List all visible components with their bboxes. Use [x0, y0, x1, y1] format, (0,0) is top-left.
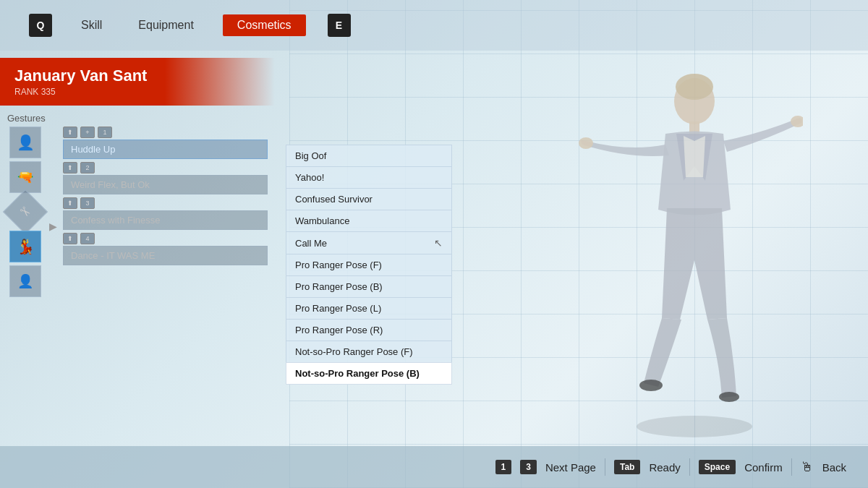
- slot-key-up-3: ⬆: [63, 233, 77, 244]
- gesture-icon-1[interactable]: 🔫: [9, 161, 41, 193]
- gesture-slot-1: ⬆ 2: [63, 162, 268, 194]
- tab-equipment[interactable]: Equipment: [131, 15, 201, 35]
- gesture-icon-2[interactable]: ✂: [3, 189, 48, 234]
- slot-header-2: ⬆ 3: [63, 197, 268, 209]
- left-panel: January Van Sant RANK 335 Gestures 👤 🔫 ✂…: [0, 51, 275, 445]
- slot-key-num-0: 1: [98, 127, 112, 138]
- top-nav: Q Skill Equipment Cosmetics E: [0, 0, 868, 51]
- gesture-icon-4[interactable]: 👤: [9, 265, 41, 297]
- separator-2: [689, 458, 690, 476]
- slot-header-0: ⬆ + 1: [63, 127, 268, 138]
- list-item-4[interactable]: Call Me ↖: [286, 231, 452, 254]
- tab-cosmetics[interactable]: Cosmetics: [223, 14, 306, 36]
- slot-key-plus-0: +: [80, 127, 95, 138]
- page-key-1: 1: [495, 460, 512, 474]
- list-item-8[interactable]: Pro Ranger Pose (R): [286, 319, 452, 341]
- gesture-slot-2: ⬆ 3: [63, 197, 268, 230]
- list-item-9[interactable]: Not-so-Pro Ranger Pose (F): [286, 341, 452, 362]
- character-rank: RANK 335: [14, 87, 260, 97]
- gesture-slot-3: ⬆ 4: [63, 233, 268, 265]
- character-name: January Van Sant: [14, 67, 260, 85]
- list-item-6[interactable]: Pro Ranger Pose (B): [286, 275, 452, 297]
- list-item-label-9: Not-so-Pro Ranger Pose (F): [295, 346, 413, 357]
- list-item-10[interactable]: Not-so-Pro Ranger Pose (B): [286, 362, 452, 385]
- slot-input-2[interactable]: [63, 210, 268, 230]
- slot-header-3: ⬆ 4: [63, 233, 268, 244]
- next-page-label: Next Page: [545, 461, 596, 474]
- tab-key: Tab: [614, 460, 640, 474]
- list-item-2[interactable]: Confused Survivor: [286, 188, 452, 210]
- slot-key-num-1: 2: [80, 162, 95, 174]
- list-item-label-0: Big Oof: [295, 150, 326, 161]
- separator-3: [791, 458, 792, 476]
- list-item-3[interactable]: Wambulance: [286, 210, 452, 231]
- bottom-bar: 1 3 Next Page Tab Ready Space Confirm 🖱 …: [0, 446, 868, 488]
- gesture-icon-0[interactable]: 👤: [9, 127, 41, 158]
- list-item-5[interactable]: Pro Ranger Pose (F): [286, 254, 452, 275]
- slot-key-num-2: 3: [80, 197, 95, 209]
- tab-skill[interactable]: Skill: [74, 15, 109, 35]
- list-item-0[interactable]: Big Oof: [286, 145, 452, 166]
- list-item-label-1: Yahoo!: [295, 172, 324, 183]
- list-item-label-10: Not-so-Pro Ranger Pose (B): [295, 368, 420, 379]
- separator-1: [605, 458, 605, 476]
- gesture-icon-3[interactable]: 💃: [9, 231, 41, 262]
- gesture-slots: ⬆ + 1 ⬆ 2 ⬆ 3: [63, 127, 268, 297]
- list-item-label-6: Pro Ranger Pose (B): [295, 281, 383, 292]
- list-item-label-4: Call Me: [295, 238, 327, 249]
- slot-input-3[interactable]: [63, 246, 268, 265]
- ready-label: Ready: [649, 461, 680, 474]
- slot-key-up-1: ⬆: [63, 162, 77, 174]
- page-key-3: 3: [520, 460, 537, 474]
- character-display: [535, 43, 810, 463]
- svg-point-6: [719, 392, 739, 402]
- svg-point-1: [676, 74, 713, 100]
- svg-point-7: [637, 416, 752, 437]
- slot-input-1[interactable]: [63, 175, 268, 194]
- svg-point-3: [579, 137, 593, 149]
- character-header: January Van Sant RANK 335: [0, 58, 275, 106]
- slot-input-0[interactable]: [63, 140, 268, 159]
- back-label: Back: [822, 461, 846, 474]
- slot-key-up-2: ⬆: [63, 197, 77, 209]
- gestures-label: Gestures: [0, 113, 275, 127]
- list-item-label-8: Pro Ranger Pose (R): [295, 325, 383, 335]
- mouse-icon: 🖱: [801, 460, 814, 475]
- gestures-section: 👤 🔫 ✂ 💃 👤 ▶ ⬆ + 1 ⬆ 2: [0, 127, 275, 297]
- q-key[interactable]: Q: [29, 14, 52, 37]
- gesture-slot-0: ⬆ + 1: [63, 127, 268, 159]
- list-item-1[interactable]: Yahoo!: [286, 166, 452, 188]
- cursor-icon-4: ↖: [434, 237, 443, 249]
- list-item-label-7: Pro Ranger Pose (L): [295, 303, 381, 314]
- list-item-7[interactable]: Pro Ranger Pose (L): [286, 297, 452, 319]
- e-key[interactable]: E: [328, 14, 351, 37]
- slot-key-num-3: 4: [80, 233, 95, 244]
- chevron-right-icon: ▶: [49, 127, 57, 297]
- list-item-label-3: Wambulance: [295, 215, 349, 226]
- gesture-list: Big Oof Yahoo! Confused Survivor Wambula…: [286, 145, 452, 385]
- gesture-sidebar: 👤 🔫 ✂ 💃 👤: [7, 127, 43, 297]
- svg-point-5: [639, 380, 663, 391]
- slot-header-1: ⬆ 2: [63, 162, 268, 174]
- space-key: Space: [699, 460, 736, 474]
- list-item-label-5: Pro Ranger Pose (F): [295, 260, 382, 270]
- slot-key-up-0: ⬆: [63, 127, 77, 138]
- list-item-label-2: Confused Survivor: [295, 194, 373, 205]
- confirm-label: Confirm: [744, 461, 783, 474]
